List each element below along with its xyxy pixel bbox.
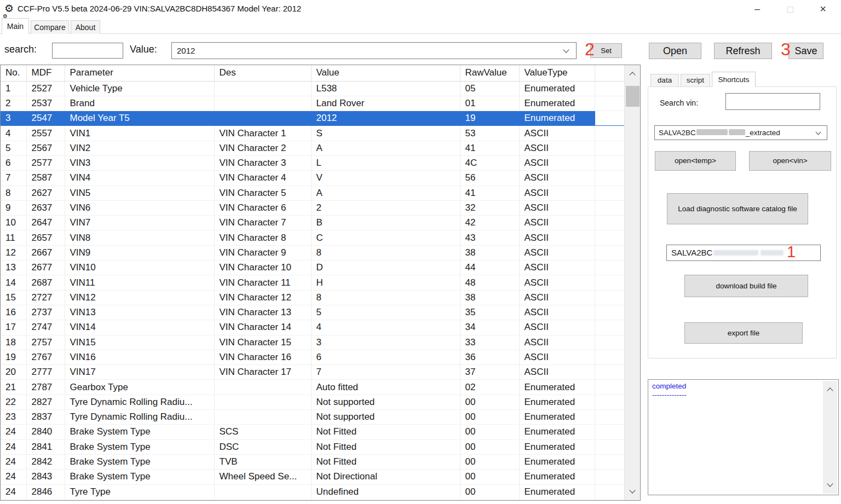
table-row[interactable]: 52567VIN2VIN Character 2A41ASCII <box>1 141 625 155</box>
cell-no: 3 <box>1 111 26 126</box>
cell-mdf: 2637 <box>26 200 65 215</box>
column-header[interactable]: ValueType <box>519 65 595 81</box>
cell-filler <box>595 230 625 245</box>
cell-parameter: VIN3 <box>65 155 214 170</box>
table-row[interactable]: 92637VIN6VIN Character 6232ASCII <box>1 200 625 215</box>
open-button[interactable]: Open <box>649 43 701 59</box>
cell-value: S <box>311 126 460 141</box>
tab-script[interactable]: script <box>681 74 710 86</box>
cell-no: 6 <box>1 155 26 170</box>
tab-main[interactable]: Main <box>2 18 29 34</box>
cell-filler <box>595 395 625 409</box>
cell-des <box>214 395 311 409</box>
table-row[interactable]: 232837Tyre Dynamic Rolling Radiu...Not s… <box>1 410 625 425</box>
save-button[interactable]: Save <box>788 43 823 59</box>
table-row[interactable]: 22537BrandLand Rover01Enumerated <box>1 96 625 111</box>
table-scrollbar[interactable] <box>624 65 640 500</box>
column-header[interactable]: Parameter <box>65 65 214 81</box>
vin-file-dropdown[interactable]: SALVA2BC_extracted <box>654 125 827 140</box>
log-scrollbar[interactable] <box>823 381 837 494</box>
tab-compare[interactable]: Compare <box>31 20 69 34</box>
cell-parameter: Brand <box>65 96 214 111</box>
table-row[interactable]: 172747VIN14VIN Character 14434ASCII <box>1 320 625 335</box>
table-row[interactable]: 12527Vehicle TypeL53805Enumerated <box>1 81 625 96</box>
maximize-button[interactable] <box>777 0 803 18</box>
column-header[interactable]: Value <box>311 65 460 81</box>
table-row[interactable]: 182757VIN15VIN Character 15333ASCII <box>1 335 625 350</box>
table-row[interactable]: 242846Tyre TypeUndefined00Enumerated <box>1 484 625 499</box>
cell-value: 4 <box>311 320 460 335</box>
cell-mdf: 2843 <box>26 470 65 484</box>
chevron-down-icon[interactable] <box>563 47 569 53</box>
table-row[interactable]: 162737VIN13VIN Character 13535ASCII <box>1 305 625 320</box>
cell-no: 9 <box>1 200 26 215</box>
cell-no: 15 <box>1 290 26 305</box>
search-vin-input[interactable] <box>725 93 820 110</box>
cell-raw: 33 <box>460 335 519 350</box>
export-file-button[interactable]: export file <box>684 322 803 344</box>
chevron-down-icon[interactable] <box>816 130 821 135</box>
table-row[interactable]: 112657VIN8VIN Character 8C43ASCII <box>1 230 625 245</box>
cell-raw: 35 <box>460 305 519 320</box>
cell-filler <box>595 290 625 305</box>
cell-parameter: Brake System Type <box>65 454 214 469</box>
table-row[interactable]: 102647VIN7VIN Character 7B42ASCII <box>1 216 625 230</box>
search-input[interactable] <box>52 43 123 59</box>
cell-no: 19 <box>1 350 26 364</box>
table-row[interactable]: 222827Tyre Dynamic Rolling Radiu...Not s… <box>1 395 625 409</box>
cell-des: VIN Character 10 <box>214 260 311 275</box>
open-temp-button[interactable]: open<temp> <box>655 151 736 171</box>
cell-des: VIN Character 16 <box>214 350 311 364</box>
cell-no: 24 <box>1 425 26 439</box>
table-row[interactable]: 212787Gearbox TypeAuto fitted02Enumerate… <box>1 380 625 395</box>
cell-parameter: Vehicle Type <box>65 81 214 96</box>
cell-des: VIN Character 9 <box>214 245 311 260</box>
column-header[interactable]: MDF <box>26 65 65 81</box>
cell-type: Enumerated <box>519 380 595 395</box>
cell-raw: 38 <box>460 290 519 305</box>
table-row[interactable]: 152727VIN12VIN Character 12838ASCII <box>1 290 625 305</box>
table-row[interactable]: 242840Brake System TypeSCSNot Fitted00En… <box>1 425 625 439</box>
scroll-down-button[interactable] <box>625 483 641 500</box>
table-row[interactable]: 32547Model Year T5201219Enumerated <box>1 111 625 126</box>
table-row[interactable]: 122667VIN9VIN Character 9838ASCII <box>1 245 625 260</box>
tab-data[interactable]: data <box>650 74 679 86</box>
table-row[interactable]: 62577VIN3VIN Character 3L4CASCII <box>1 155 625 170</box>
set-button[interactable]: Set <box>590 43 622 58</box>
refresh-button[interactable]: Refresh <box>714 43 772 59</box>
table-row[interactable]: 242843Brake System TypeWheel Speed Se...… <box>1 470 625 484</box>
cell-mdf: 2841 <box>26 439 65 454</box>
cell-type: Enumerated <box>519 454 595 469</box>
table-row[interactable]: 72587VIN4VIN Character 4V56ASCII <box>1 171 625 186</box>
scrollbar-thumb[interactable] <box>626 86 640 107</box>
column-header[interactable]: RawValue <box>460 65 519 81</box>
column-header[interactable]: Des <box>214 65 311 81</box>
cell-raw: 00 <box>460 454 519 469</box>
cell-parameter: Brake System Type <box>65 425 214 439</box>
value-combobox[interactable]: 2012 <box>171 42 577 59</box>
cell-type: ASCII <box>519 200 595 215</box>
cell-parameter: VIN13 <box>65 305 214 320</box>
tab-about[interactable]: About <box>71 20 100 34</box>
close-button[interactable]: × <box>810 0 836 18</box>
table-row[interactable]: 142687VIN11VIN Character 11H48ASCII <box>1 275 625 290</box>
table-row[interactable]: 132677VIN10VIN Character 10D44ASCII <box>1 260 625 275</box>
vin-input[interactable]: SALVA2BC <box>666 245 821 261</box>
table-row[interactable]: 202777VIN17VIN Character 17737ASCII <box>1 365 625 380</box>
open-vin-button[interactable]: open<vin> <box>749 151 831 171</box>
cell-no: 12 <box>1 245 26 260</box>
cell-no: 7 <box>1 171 26 186</box>
table-row[interactable]: 42557VIN1VIN Character 1S53ASCII <box>1 126 625 141</box>
table-row[interactable]: 242841Brake System TypeDSCNot Fitted00En… <box>1 439 625 454</box>
table-row[interactable]: 192767VIN16VIN Character 16636ASCII <box>1 350 625 364</box>
scroll-up-button[interactable] <box>625 65 641 83</box>
column-header[interactable]: No. <box>1 65 26 81</box>
cell-filler <box>595 320 625 335</box>
cell-no: 20 <box>1 365 26 380</box>
table-row[interactable]: 82627VIN5VIN Character 5A41ASCII <box>1 186 625 200</box>
table-row[interactable]: 242842Brake System TypeTVBNot Fitted00En… <box>1 454 625 469</box>
download-build-file-button[interactable]: download build file <box>684 275 808 297</box>
load-catalog-button[interactable]: Load diagnostic software catalog file <box>667 193 808 224</box>
minimize-button[interactable]: – <box>745 0 770 18</box>
tab-shortcuts[interactable]: Shortcuts <box>712 72 756 87</box>
